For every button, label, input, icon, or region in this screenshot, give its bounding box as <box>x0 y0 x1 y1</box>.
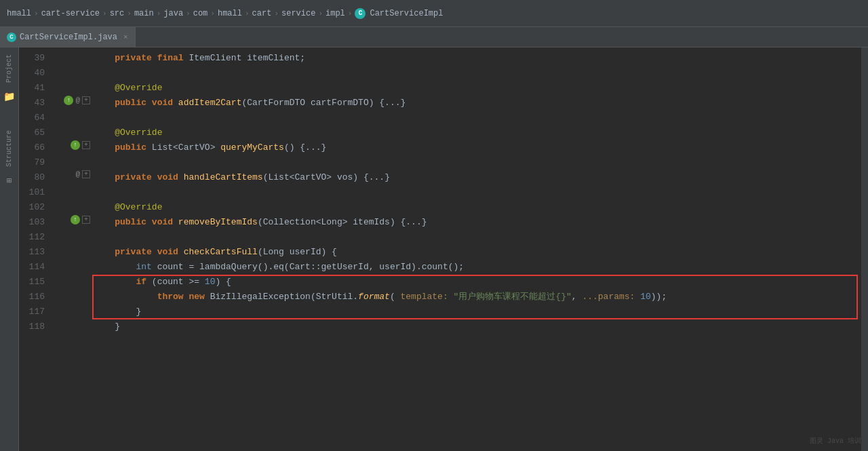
watermark: 图灵 Java 培训 <box>810 436 861 446</box>
code-editor: 39 private final ItemClient itemClient; … <box>19 47 861 451</box>
line-num-66: 66 <box>19 140 53 155</box>
breadcrumb-sep-1: › <box>34 9 39 18</box>
structure-icon[interactable]: ⊞ <box>3 174 16 187</box>
code-40 <box>94 66 861 81</box>
code-line-118: 118 } <box>19 319 861 334</box>
line-num-101: 101 <box>19 185 53 200</box>
gutter-66: ↑ + <box>53 140 94 150</box>
class-icon-c: C <box>355 8 366 19</box>
badge-103-up: ↑ <box>71 215 80 224</box>
folder-icon[interactable]: 📁 <box>3 90 16 103</box>
code-line-102: 102 @Override <box>19 200 861 215</box>
breadcrumb-hmall[interactable]: hmall <box>7 9 31 18</box>
gutter-80: @ + <box>53 170 94 178</box>
fold-66[interactable]: + <box>82 141 90 149</box>
line-num-43: 43 <box>19 96 53 111</box>
code-line-101: 101 <box>19 185 861 200</box>
fold-43[interactable]: + <box>82 96 90 104</box>
breadcrumb-classname[interactable]: CartServiceImpl <box>370 9 443 18</box>
at-43: @ <box>75 96 80 104</box>
code-line-112: 112 <box>19 230 861 245</box>
line-num-115: 115 <box>19 275 53 290</box>
line-num-40: 40 <box>19 66 53 81</box>
code-line-117: 117 } <box>19 305 861 319</box>
breadcrumb-src[interactable]: src <box>110 9 125 18</box>
breadcrumb-java[interactable]: java <box>163 9 183 18</box>
tab-close-button[interactable]: × <box>123 33 128 41</box>
code-39: private final ItemClient itemClient; <box>94 51 861 66</box>
code-117: } <box>94 305 861 319</box>
badge-43-up: ↑ <box>64 96 73 105</box>
code-101 <box>94 185 861 200</box>
breadcrumb-service[interactable]: service <box>281 9 315 18</box>
breadcrumb-sep-2: › <box>102 9 107 18</box>
breadcrumb-main[interactable]: main <box>134 9 154 18</box>
badge-66-up: ↑ <box>71 140 80 150</box>
code-113: private void checkCartsFull(Long userId)… <box>94 245 861 260</box>
code-114: int count = lambdaQuery().eq(Cart::getUs… <box>94 260 861 275</box>
code-line-103: 103 ↑ + public void removeByItemIds(Coll… <box>19 215 861 230</box>
code-43: public void addItem2Cart(CartFormDTO car… <box>94 96 861 111</box>
code-112 <box>94 230 861 245</box>
code-line-64: 64 <box>19 111 861 125</box>
breadcrumb-cart[interactable]: cart <box>252 9 272 18</box>
breadcrumb-bar: hmall › cart-service › src › main › java… <box>0 0 868 27</box>
tab-class-icon: C <box>7 33 16 42</box>
gutter-115: ▽ <box>53 275 94 283</box>
breadcrumb-sep-4: › <box>157 9 161 18</box>
code-115: if (count >= 10) { <box>94 275 861 290</box>
code-line-80: 80 @ + private void handleCartItems(List… <box>19 170 861 185</box>
code-103: public void removeByItemIds(Collection<L… <box>94 215 861 230</box>
code-41: @Override <box>94 81 861 96</box>
tab-cartserviceimpl[interactable]: C CartServiceImpl.java × <box>0 27 136 47</box>
code-79 <box>94 155 861 170</box>
line-num-102: 102 <box>19 200 53 215</box>
code-line-41: 41 @Override <box>19 81 861 96</box>
breadcrumb-impl[interactable]: impl <box>326 9 345 18</box>
code-line-113: 113 private void checkCartsFull(Long use… <box>19 245 861 260</box>
breadcrumb-sep-10: › <box>348 9 353 18</box>
code-container: 39 private final ItemClient itemClient; … <box>19 47 861 451</box>
code-line-114: 114 int count = lambdaQuery().eq(Cart::g… <box>19 260 861 275</box>
line-num-39: 39 <box>19 51 53 66</box>
line-num-65: 65 <box>19 125 53 140</box>
code-line-65: 65 @Override <box>19 125 861 140</box>
code-118: } <box>94 319 861 334</box>
breadcrumb-hmall2[interactable]: hmall <box>218 9 242 18</box>
line-num-79: 79 <box>19 155 53 170</box>
line-num-41: 41 <box>19 81 53 96</box>
code-line-79: 79 <box>19 155 861 170</box>
structure-label[interactable]: Structure <box>5 127 13 170</box>
red-box-section: 115 ▽ if (count >= 10) { 116 throw new B… <box>19 275 861 319</box>
line-num-103: 103 <box>19 215 53 230</box>
code-line-40: 40 <box>19 66 861 81</box>
fold-80[interactable]: + <box>82 170 90 178</box>
fold-103[interactable]: + <box>82 216 90 224</box>
side-panel-project: Project 📁 Structure ⊞ <box>0 47 19 451</box>
breadcrumb-sep-5: › <box>186 9 191 18</box>
breadcrumb-com[interactable]: com <box>193 9 208 18</box>
line-num-118: 118 <box>19 319 53 334</box>
tab-bar: C CartServiceImpl.java × <box>0 27 868 47</box>
project-label[interactable]: Project <box>5 51 13 86</box>
line-num-64: 64 <box>19 111 53 125</box>
scrollbar[interactable] <box>861 47 868 451</box>
code-line-39: 39 private final ItemClient itemClient; <box>19 51 861 66</box>
code-line-43: 43 ↑ @ + public void addItem2Cart(CartFo… <box>19 96 861 111</box>
code-64 <box>94 111 861 125</box>
code-102: @Override <box>94 200 861 215</box>
breadcrumb-sep-9: › <box>318 9 323 18</box>
line-num-116: 116 <box>19 290 53 305</box>
code-116: throw new BizIllegalException(StrUtil.fo… <box>94 290 861 305</box>
breadcrumb-sep-3: › <box>127 9 132 18</box>
line-num-113: 113 <box>19 245 53 260</box>
line-num-112: 112 <box>19 230 53 245</box>
line-num-114: 114 <box>19 260 53 275</box>
main-area: Project 📁 Structure ⊞ 39 private final I… <box>0 47 868 451</box>
code-line-66: 66 ↑ + public List<CartVO> queryMyCarts(… <box>19 140 861 155</box>
at-80: @ <box>75 170 80 178</box>
code-80: private void handleCartItems(List<CartVO… <box>94 170 861 185</box>
breadcrumb-cart-service[interactable]: cart-service <box>41 9 100 18</box>
breadcrumb-sep-7: › <box>245 9 250 18</box>
breadcrumb-sep-8: › <box>274 9 279 18</box>
